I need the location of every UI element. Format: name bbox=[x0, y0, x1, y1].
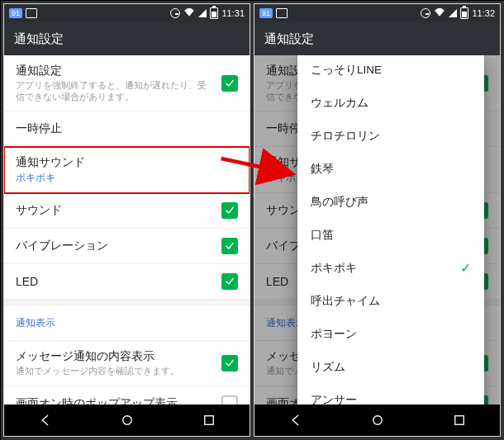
phone-left: 91 11:31 通知設定 通知設定 アプリを強制終了すると、通知が遅れたり、受… bbox=[4, 4, 250, 436]
svg-rect-1 bbox=[204, 416, 213, 425]
status-time: 11:32 bbox=[472, 8, 495, 18]
sound-option-label: 鉄琴 bbox=[311, 162, 334, 177]
phone-right: 91 11:32 通知設定 通知設定 アプリを強制終了すると、通知が遅 bbox=[254, 4, 500, 436]
status-left: 91 bbox=[9, 8, 37, 18]
network-icon bbox=[449, 9, 457, 17]
row-sub: アプリを強制終了すると、通知が遅れたり、受信できない場合があります。 bbox=[16, 80, 215, 102]
section-header-display: 通知表示 bbox=[4, 305, 250, 341]
status-bar: 91 11:31 bbox=[4, 4, 250, 22]
svg-point-0 bbox=[122, 416, 131, 425]
nav-bar bbox=[254, 405, 500, 436]
sound-option-label: リズム bbox=[311, 360, 345, 375]
status-bar: 91 11:32 bbox=[254, 4, 500, 22]
stage: 91 11:31 通知設定 通知設定 アプリを強制終了すると、通知が遅れたり、受… bbox=[0, 0, 504, 440]
sound-option-label: 鳥の呼び声 bbox=[311, 195, 368, 210]
sound-option-label: ポキポキ bbox=[311, 261, 357, 276]
sound-option[interactable]: 口笛 bbox=[297, 219, 484, 252]
picture-icon bbox=[26, 8, 37, 18]
sound-option[interactable]: チロチロリン bbox=[297, 120, 484, 153]
status-app-badge: 91 bbox=[9, 8, 22, 18]
row-title: LED bbox=[16, 275, 215, 288]
nav-home-button[interactable] bbox=[111, 413, 144, 428]
checkbox-led[interactable] bbox=[221, 273, 238, 290]
row-title: 通知設定 bbox=[16, 64, 215, 78]
sound-option-label: アンサー bbox=[311, 393, 357, 405]
nav-home-button[interactable] bbox=[361, 413, 394, 428]
sound-option-label: ポヨーン bbox=[311, 327, 357, 342]
checkbox-message-preview[interactable] bbox=[221, 355, 238, 371]
wifi-icon bbox=[434, 7, 445, 19]
status-time: 11:31 bbox=[221, 8, 245, 18]
wifi-icon bbox=[183, 7, 195, 19]
row-title: 一時停止 bbox=[16, 121, 238, 136]
sound-option-label: 呼出チャイム bbox=[311, 294, 380, 309]
sound-option-label: こっそりLINE bbox=[311, 63, 382, 78]
app-bar: 通知設定 bbox=[254, 22, 500, 55]
row-notification-sound[interactable]: 通知サウンド ポキポキ bbox=[4, 147, 250, 193]
checkbox-notify[interactable] bbox=[221, 75, 238, 92]
sound-option-label: ウェルカム bbox=[311, 96, 368, 111]
checkbox-vibration[interactable] bbox=[221, 238, 238, 254]
status-left: 91 bbox=[259, 8, 288, 18]
nav-back-button[interactable] bbox=[279, 413, 312, 428]
section-spacer bbox=[4, 300, 250, 305]
row-popup-screen-on[interactable]: 画面オン時のポップアップ表示 bbox=[4, 386, 250, 405]
alarm-icon bbox=[170, 8, 180, 18]
row-title: サウンド bbox=[16, 203, 215, 218]
row-sub: 通知でメッセージ内容を確認できます。 bbox=[16, 366, 215, 377]
sound-option[interactable]: 呼出チャイム bbox=[297, 285, 484, 318]
status-app-badge: 91 bbox=[259, 8, 273, 18]
svg-rect-3 bbox=[454, 416, 464, 425]
sound-option[interactable]: ポヨーン bbox=[297, 318, 484, 351]
row-title: 画面オン時のポップアップ表示 bbox=[16, 396, 215, 405]
sound-option[interactable]: ポキポキ✓ bbox=[297, 252, 484, 285]
sound-select-popup[interactable]: こっそりLINEウェルカムチロチロリン鉄琴鳥の呼び声口笛ポキポキ✓呼出チャイムポ… bbox=[297, 55, 484, 405]
row-value: ポキポキ bbox=[16, 172, 238, 184]
network-icon bbox=[198, 9, 207, 17]
nav-recent-button[interactable] bbox=[443, 413, 476, 428]
row-led[interactable]: LED bbox=[4, 264, 250, 300]
nav-back-button[interactable] bbox=[29, 413, 62, 428]
row-notify[interactable]: 通知設定 アプリを強制終了すると、通知が遅れたり、受信できない場合があります。 bbox=[4, 55, 250, 111]
row-vibration[interactable]: バイブレーション bbox=[4, 229, 250, 264]
sound-option-label: 口笛 bbox=[311, 228, 334, 243]
row-title: 通知表示 bbox=[16, 316, 238, 330]
checkbox-sound[interactable] bbox=[221, 202, 238, 219]
row-title: メッセージ通知の内容表示 bbox=[16, 349, 215, 364]
row-pause[interactable]: 一時停止 bbox=[4, 111, 250, 147]
battery-icon bbox=[460, 7, 468, 19]
sound-option[interactable]: アンサー bbox=[297, 384, 484, 405]
row-message-preview[interactable]: メッセージ通知の内容表示 通知でメッセージ内容を確認できます。 bbox=[4, 341, 250, 386]
alarm-icon bbox=[421, 8, 430, 18]
checkbox-popup-screen-on[interactable] bbox=[221, 395, 238, 405]
row-title: 通知サウンド bbox=[16, 155, 238, 170]
sound-option[interactable]: 鳥の呼び声 bbox=[297, 186, 484, 219]
sound-option[interactable]: リズム bbox=[297, 351, 484, 384]
svg-point-2 bbox=[373, 416, 382, 425]
status-right: 11:31 bbox=[170, 7, 245, 19]
sound-option[interactable]: ウェルカム bbox=[297, 87, 484, 120]
picture-icon bbox=[276, 8, 288, 18]
sound-option[interactable]: こっそりLINE bbox=[297, 55, 484, 87]
status-right: 11:32 bbox=[421, 7, 495, 19]
check-icon: ✓ bbox=[460, 262, 471, 275]
settings-content[interactable]: 通知設定 アプリを強制終了すると、通知が遅れたり、受信できない場合があります。 … bbox=[4, 55, 250, 405]
row-sound[interactable]: サウンド bbox=[4, 193, 250, 229]
sound-option-label: チロチロリン bbox=[311, 129, 380, 144]
nav-recent-button[interactable] bbox=[193, 413, 226, 428]
sound-option[interactable]: 鉄琴 bbox=[297, 153, 484, 186]
app-bar-title: 通知設定 bbox=[264, 31, 314, 47]
row-title: バイブレーション bbox=[16, 239, 215, 253]
settings-content-dimmed: 通知設定 アプリを強制終了すると、通知が遅れたり、受信できない場合があります。 … bbox=[254, 55, 500, 405]
battery-icon bbox=[210, 7, 218, 19]
nav-bar bbox=[4, 405, 250, 436]
app-bar: 通知設定 bbox=[4, 22, 250, 55]
app-bar-title: 通知設定 bbox=[14, 31, 64, 47]
